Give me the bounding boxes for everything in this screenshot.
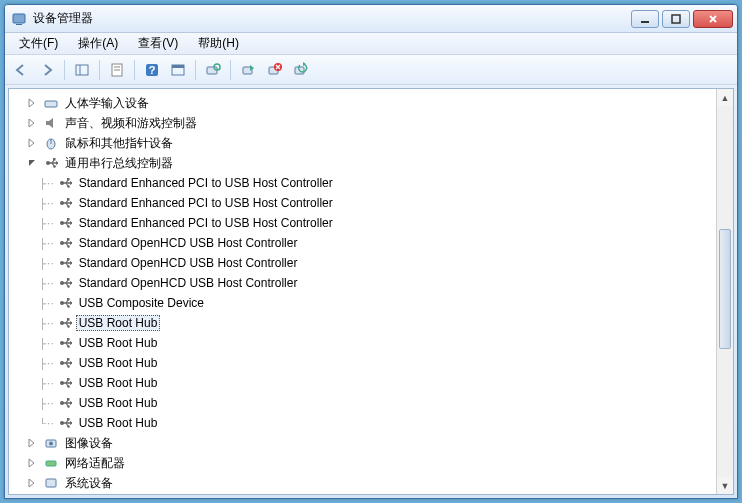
- tree-connector: ├··: [39, 298, 55, 309]
- tree-connector: ├··: [39, 178, 55, 189]
- svg-point-40: [67, 205, 70, 208]
- tree-device-item[interactable]: ├··USB Root Hub: [9, 313, 716, 333]
- expand-toggle-icon[interactable]: [27, 158, 41, 168]
- tree-device-item[interactable]: ├··USB Composite Device: [9, 293, 716, 313]
- tree-device-label: Standard Enhanced PCI to USB Host Contro…: [76, 175, 336, 191]
- expand-toggle-icon[interactable]: [27, 438, 41, 448]
- usb-category-icon: [43, 155, 59, 171]
- device-tree[interactable]: 人体学输入设备声音、视频和游戏控制器鼠标和其他指针设备通用串行总线控制器├··S…: [9, 89, 716, 494]
- tree-category-label: 系统设备: [62, 474, 116, 493]
- tree-device-label: Standard OpenHCD USB Host Controller: [76, 235, 301, 251]
- action-button[interactable]: [166, 58, 190, 82]
- svg-point-76: [67, 325, 70, 328]
- mouse-category-icon: [43, 135, 59, 151]
- tree-device-item[interactable]: ├··USB Root Hub: [9, 353, 716, 373]
- tree-category-mouse[interactable]: 鼠标和其他指针设备: [9, 133, 716, 153]
- tree-device-item[interactable]: ├··USB Root Hub: [9, 393, 716, 413]
- device-manager-window: 设备管理器 文件(F) 操作(A) 查看(V) 帮助(H) ?: [4, 4, 738, 499]
- menu-action[interactable]: 操作(A): [68, 33, 128, 54]
- tree-device-item[interactable]: ├··Standard OpenHCD USB Host Controller: [9, 253, 716, 273]
- menu-file[interactable]: 文件(F): [9, 33, 68, 54]
- tree-category-imaging[interactable]: 图像设备: [9, 433, 716, 453]
- svg-rect-44: [67, 218, 70, 221]
- scroll-thumb[interactable]: [719, 229, 731, 349]
- tree-connector: ├··: [39, 258, 55, 269]
- svg-rect-0: [13, 14, 25, 23]
- expand-toggle-icon[interactable]: [27, 98, 41, 108]
- tree-device-item[interactable]: ├··Standard Enhanced PCI to USB Host Con…: [9, 173, 716, 193]
- forward-button[interactable]: [35, 58, 59, 82]
- scroll-down-arrow[interactable]: ▼: [717, 477, 733, 494]
- tree-category-sound[interactable]: 声音、视频和游戏控制器: [9, 113, 716, 133]
- usb-device-icon: [57, 415, 73, 431]
- svg-rect-86: [67, 358, 70, 361]
- tree-device-label: USB Root Hub: [76, 415, 161, 431]
- close-button[interactable]: [693, 10, 733, 28]
- minimize-button[interactable]: [631, 10, 659, 28]
- expand-toggle-icon[interactable]: [27, 138, 41, 148]
- enable-button[interactable]: [236, 58, 260, 82]
- properties-button[interactable]: [105, 58, 129, 82]
- svg-rect-38: [67, 198, 70, 201]
- tree-device-item[interactable]: ├··Standard Enhanced PCI to USB Host Con…: [9, 193, 716, 213]
- titlebar[interactable]: 设备管理器: [5, 5, 737, 33]
- svg-point-64: [67, 285, 70, 288]
- tree-category-hid[interactable]: 人体学输入设备: [9, 93, 716, 113]
- sound-category-icon: [43, 115, 59, 131]
- scroll-up-arrow[interactable]: ▲: [717, 89, 733, 106]
- tree-connector: ├··: [39, 198, 55, 209]
- svg-rect-92: [67, 378, 70, 381]
- svg-point-82: [67, 345, 70, 348]
- back-button[interactable]: [9, 58, 33, 82]
- tree-category-label: 鼠标和其他指针设备: [62, 134, 176, 153]
- tree-device-label: USB Root Hub: [76, 355, 161, 371]
- expand-toggle-icon[interactable]: [27, 458, 41, 468]
- svg-rect-80: [67, 338, 70, 341]
- tree-category-usb[interactable]: 通用串行总线控制器: [9, 153, 716, 173]
- tree-device-item[interactable]: ├··Standard OpenHCD USB Host Controller: [9, 233, 716, 253]
- tree-category-label: 声音、视频和游戏控制器: [62, 114, 200, 133]
- usb-device-icon: [57, 315, 73, 331]
- expand-toggle-icon[interactable]: [27, 478, 41, 488]
- show-hide-tree-button[interactable]: [70, 58, 94, 82]
- tree-connector: ├··: [39, 358, 55, 369]
- usb-device-icon: [57, 275, 73, 291]
- svg-text:?: ?: [149, 64, 156, 76]
- tree-device-item[interactable]: ├··USB Root Hub: [9, 373, 716, 393]
- svg-rect-2: [641, 21, 649, 23]
- usb-device-icon: [57, 395, 73, 411]
- help-button[interactable]: ?: [140, 58, 164, 82]
- menu-help[interactable]: 帮助(H): [188, 33, 249, 54]
- toolbar-separator: [230, 60, 231, 80]
- menu-view[interactable]: 查看(V): [128, 33, 188, 54]
- svg-rect-12: [172, 65, 184, 68]
- vertical-scrollbar[interactable]: ▲ ▼: [716, 89, 733, 494]
- svg-rect-50: [67, 238, 70, 241]
- tree-device-label: Standard OpenHCD USB Host Controller: [76, 275, 301, 291]
- usb-device-icon: [57, 195, 73, 211]
- expand-toggle-icon[interactable]: [27, 118, 41, 128]
- maximize-button[interactable]: [662, 10, 690, 28]
- svg-point-70: [67, 305, 70, 308]
- tree-device-item[interactable]: ├··Standard OpenHCD USB Host Controller: [9, 273, 716, 293]
- tree-category-label: 人体学输入设备: [62, 94, 152, 113]
- tree-category-network[interactable]: 网络适配器: [9, 453, 716, 473]
- scan-hardware-button[interactable]: [201, 58, 225, 82]
- tree-device-item[interactable]: ├··USB Root Hub: [9, 333, 716, 353]
- tree-category-system[interactable]: 系统设备: [9, 473, 716, 493]
- usb-device-icon: [57, 175, 73, 191]
- tree-device-label: USB Composite Device: [76, 295, 207, 311]
- svg-point-100: [67, 405, 70, 408]
- tree-connector: ├··: [39, 378, 55, 389]
- network-category-icon: [43, 455, 59, 471]
- tree-device-item[interactable]: ├··Standard Enhanced PCI to USB Host Con…: [9, 213, 716, 233]
- update-driver-button[interactable]: [288, 58, 312, 82]
- tree-device-item[interactable]: └··USB Root Hub: [9, 413, 716, 433]
- tree-device-label: Standard OpenHCD USB Host Controller: [76, 255, 301, 271]
- tree-category-label: 网络适配器: [62, 454, 128, 473]
- toolbar: ?: [5, 55, 737, 85]
- system-category-icon: [43, 475, 59, 491]
- tree-connector: ├··: [39, 338, 55, 349]
- toolbar-separator: [99, 60, 100, 80]
- uninstall-button[interactable]: [262, 58, 286, 82]
